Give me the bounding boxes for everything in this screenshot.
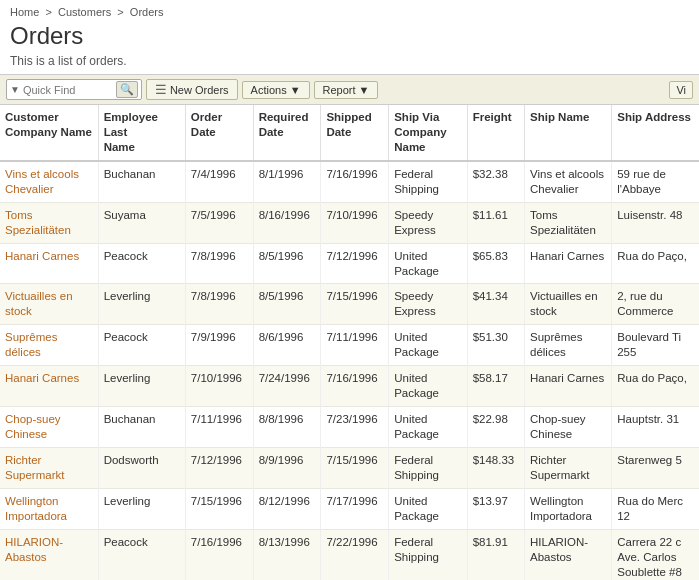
table-row: Chop-suey Chinese Buchanan 7/11/1996 8/8… [0, 407, 699, 448]
table-row: Vins et alcools Chevalier Buchanan 7/4/1… [0, 161, 699, 202]
page-description: This is a list of orders. [0, 52, 699, 74]
vi-button[interactable]: Vi [669, 81, 693, 99]
breadcrumb: Home > Customers > Orders [0, 0, 699, 20]
cell-ship-name: Suprêmes délices [525, 325, 612, 366]
cell-ship-address: Starenweg 5 [612, 447, 699, 488]
col-header-ship-via[interactable]: Ship ViaCompanyName [389, 105, 468, 161]
cell-ship-name: Victuailles en stock [525, 284, 612, 325]
actions-label: Actions [251, 84, 287, 96]
cell-shipped-date: 7/15/1996 [321, 284, 389, 325]
cell-employee: Dodsworth [98, 447, 185, 488]
cell-ship-via: Federal Shipping [389, 447, 468, 488]
cell-shipped-date: 7/11/1996 [321, 325, 389, 366]
cell-ship-name: Hanari Carnes [525, 366, 612, 407]
cell-required-date: 8/12/1996 [253, 488, 321, 529]
cell-customer[interactable]: Richter Supermarkt [0, 447, 98, 488]
actions-chevron-icon: ▼ [290, 84, 301, 96]
cell-ship-via: Federal Shipping [389, 529, 468, 580]
report-chevron-icon: ▼ [359, 84, 370, 96]
cell-freight: $22.98 [467, 407, 524, 448]
cell-shipped-date: 7/16/1996 [321, 161, 389, 202]
cell-ship-address: Rua do Merc 12 [612, 488, 699, 529]
cell-employee: Leverling [98, 366, 185, 407]
cell-order-date: 7/9/1996 [185, 325, 253, 366]
quick-find-chevron-icon[interactable]: ▼ [10, 84, 20, 95]
cell-customer[interactable]: Victuailles en stock [0, 284, 98, 325]
cell-order-date: 7/10/1996 [185, 366, 253, 407]
cell-order-date: 7/15/1996 [185, 488, 253, 529]
cell-freight: $41.34 [467, 284, 524, 325]
report-label: Report [323, 84, 356, 96]
cell-employee: Peacock [98, 529, 185, 580]
cell-ship-address: Boulevard Ti 255 [612, 325, 699, 366]
cell-employee: Leverling [98, 284, 185, 325]
cell-customer[interactable]: Chop-suey Chinese [0, 407, 98, 448]
cell-customer[interactable]: HILARION-Abastos [0, 529, 98, 580]
cell-required-date: 8/5/1996 [253, 243, 321, 284]
table-row: Suprêmes délices Peacock 7/9/1996 8/6/19… [0, 325, 699, 366]
cell-required-date: 8/16/1996 [253, 202, 321, 243]
cell-employee: Buchanan [98, 407, 185, 448]
vi-label: Vi [676, 84, 686, 96]
cell-shipped-date: 7/15/1996 [321, 447, 389, 488]
cell-required-date: 8/5/1996 [253, 284, 321, 325]
cell-customer[interactable]: Hanari Carnes [0, 243, 98, 284]
col-header-required-date[interactable]: RequiredDate [253, 105, 321, 161]
cell-ship-via: Federal Shipping [389, 161, 468, 202]
orders-table: CustomerCompany Name Employee LastName O… [0, 105, 699, 580]
table-header-row: CustomerCompany Name Employee LastName O… [0, 105, 699, 161]
col-header-shipped-date[interactable]: ShippedDate [321, 105, 389, 161]
breadcrumb-orders: Orders [130, 6, 164, 18]
col-header-customer[interactable]: CustomerCompany Name [0, 105, 98, 161]
cell-ship-address: Carrera 22 c Ave. Carlos Soublette #8 [612, 529, 699, 580]
cell-ship-address: Luisenstr. 48 [612, 202, 699, 243]
table-row: Richter Supermarkt Dodsworth 7/12/1996 8… [0, 447, 699, 488]
cell-customer[interactable]: Hanari Carnes [0, 366, 98, 407]
cell-ship-name: Richter Supermarkt [525, 447, 612, 488]
quick-find-input[interactable] [23, 84, 113, 96]
cell-customer[interactable]: Wellington Importadora [0, 488, 98, 529]
new-orders-label: New Orders [170, 84, 229, 96]
cell-employee: Peacock [98, 243, 185, 284]
cell-freight: $148.33 [467, 447, 524, 488]
cell-freight: $81.91 [467, 529, 524, 580]
cell-shipped-date: 7/12/1996 [321, 243, 389, 284]
cell-order-date: 7/8/1996 [185, 284, 253, 325]
cell-shipped-date: 7/22/1996 [321, 529, 389, 580]
cell-customer[interactable]: Suprêmes délices [0, 325, 98, 366]
cell-shipped-date: 7/10/1996 [321, 202, 389, 243]
table-row: Victuailles en stock Leverling 7/8/1996 … [0, 284, 699, 325]
cell-customer[interactable]: Vins et alcools Chevalier [0, 161, 98, 202]
cell-freight: $11.61 [467, 202, 524, 243]
cell-ship-name: Toms Spezialitäten [525, 202, 612, 243]
quick-find-wrap: ▼ 🔍 [6, 79, 142, 100]
col-header-freight[interactable]: Freight [467, 105, 524, 161]
table-row: Hanari Carnes Peacock 7/8/1996 8/5/1996 … [0, 243, 699, 284]
cell-ship-address: Hauptstr. 31 [612, 407, 699, 448]
breadcrumb-customers[interactable]: Customers [58, 6, 111, 18]
quick-find-button[interactable]: 🔍 [116, 81, 138, 98]
cell-required-date: 8/8/1996 [253, 407, 321, 448]
col-header-ship-address[interactable]: Ship Address [612, 105, 699, 161]
cell-employee: Peacock [98, 325, 185, 366]
cell-ship-address: 59 rue de l'Abbaye [612, 161, 699, 202]
cell-ship-via: United Package [389, 488, 468, 529]
cell-customer[interactable]: Toms Spezialitäten [0, 202, 98, 243]
cell-employee: Buchanan [98, 161, 185, 202]
col-header-employee[interactable]: Employee LastName [98, 105, 185, 161]
toolbar: ▼ 🔍 ☰ New Orders Actions ▼ Report ▼ Vi [0, 74, 699, 105]
cell-ship-via: Speedy Express [389, 284, 468, 325]
cell-ship-name: Wellington Importadora [525, 488, 612, 529]
cell-order-date: 7/12/1996 [185, 447, 253, 488]
cell-order-date: 7/16/1996 [185, 529, 253, 580]
breadcrumb-home[interactable]: Home [10, 6, 39, 18]
cell-ship-via: Speedy Express [389, 202, 468, 243]
report-button[interactable]: Report ▼ [314, 81, 379, 99]
new-orders-button[interactable]: ☰ New Orders [146, 79, 238, 100]
cell-required-date: 8/13/1996 [253, 529, 321, 580]
col-header-order-date[interactable]: OrderDate [185, 105, 253, 161]
col-header-ship-name[interactable]: Ship Name [525, 105, 612, 161]
cell-order-date: 7/4/1996 [185, 161, 253, 202]
cell-shipped-date: 7/17/1996 [321, 488, 389, 529]
actions-button[interactable]: Actions ▼ [242, 81, 310, 99]
